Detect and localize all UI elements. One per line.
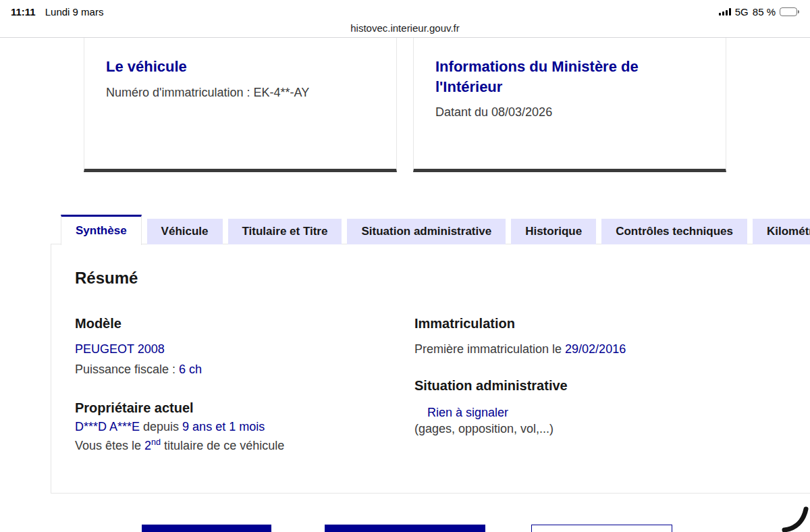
- report-tabs: Synthèse Véhicule Titulaire et Titre Sit…: [61, 215, 810, 244]
- ministry-info-card-date: Datant du 08/03/2026: [435, 105, 704, 119]
- tab-synthese[interactable]: Synthèse: [61, 215, 142, 245]
- battery-percent-label: 85 %: [753, 6, 776, 18]
- holder-rank-ordinal: nd: [151, 437, 161, 447]
- synthese-panel: Résumé Modèle PEUGEOT 2008 Puissance fis…: [51, 244, 810, 494]
- tab-titulaire-et-titre[interactable]: Titulaire et Titre: [228, 219, 342, 244]
- date-label: Lundi 9 mars: [45, 6, 104, 18]
- tab-kilometrage[interactable]: Kilométrage: [753, 219, 810, 244]
- panel-left-column: Modèle PEUGEOT 2008 Puissance fiscale : …: [75, 316, 414, 453]
- ministry-info-card: Informations du Ministère de l'Intérieur…: [413, 38, 726, 172]
- tab-situation-administrative[interactable]: Situation administrative: [347, 219, 506, 244]
- fiscal-power-value: 6 ch: [179, 363, 202, 376]
- owner-heading: Propriétaire actuel: [75, 400, 414, 416]
- marianne-swoosh-icon: [780, 504, 810, 532]
- holder-rank-line: Vous êtes le 2nd titulaire de ce véhicul…: [75, 437, 414, 453]
- situation-status: Rien à signaler: [414, 406, 810, 420]
- panel-right-column: Immatriculation Première immatriculation…: [414, 316, 810, 453]
- cellular-signal-icon: [719, 8, 731, 16]
- fiscal-power-line: Puissance fiscale : 6 ch: [75, 363, 414, 377]
- action-button-primary-2[interactable]: [325, 525, 485, 532]
- holder-rank: 2: [144, 439, 151, 452]
- tab-historique[interactable]: Historique: [511, 219, 596, 244]
- situation-note: (gages, opposition, vol,...): [414, 422, 810, 436]
- clock: 11:11: [11, 6, 36, 18]
- battery-icon: [780, 7, 799, 16]
- action-button-primary-1[interactable]: [142, 525, 271, 532]
- owner-name: D***D A***E: [75, 420, 140, 433]
- network-type-label: 5G: [735, 6, 749, 18]
- model-name-link[interactable]: PEUGEOT 2008: [75, 342, 414, 356]
- action-button-secondary[interactable]: [531, 525, 672, 532]
- vehicle-card-plate: Numéro d'immatriculation : EK-4**-AY: [106, 86, 375, 100]
- url-text[interactable]: histovec.interieur.gouv.fr: [350, 22, 459, 34]
- address-bar[interactable]: histovec.interieur.gouv.fr: [0, 19, 810, 38]
- tab-vehicule[interactable]: Véhicule: [147, 219, 223, 244]
- ministry-info-card-title: Informations du Ministère de l'Intérieur: [435, 57, 685, 97]
- first-registration-date: 29/02/2016: [565, 342, 626, 356]
- first-registration-line: Première immatriculation le 29/02/2016: [414, 342, 810, 356]
- ipad-safari-screen: 11:11 Lundi 9 mars 5G 85 % histovec.inte…: [0, 0, 810, 532]
- owner-line: D***D A***E depuis 9 ans et 1 mois: [75, 420, 414, 434]
- status-bar: 11:11 Lundi 9 mars 5G 85 %: [0, 0, 810, 20]
- tab-controles-techniques[interactable]: Contrôles techniques: [601, 219, 747, 244]
- model-heading: Modèle: [75, 316, 414, 331]
- owner-since-value: 9 ans et 1 mois: [182, 420, 265, 433]
- resume-heading: Résumé: [75, 269, 810, 288]
- registration-heading: Immatriculation: [414, 316, 810, 331]
- vehicle-card-title: Le véhicule: [106, 57, 356, 77]
- vehicle-card: Le véhicule Numéro d'immatriculation : E…: [84, 38, 397, 172]
- situation-heading: Situation administrative: [414, 378, 810, 394]
